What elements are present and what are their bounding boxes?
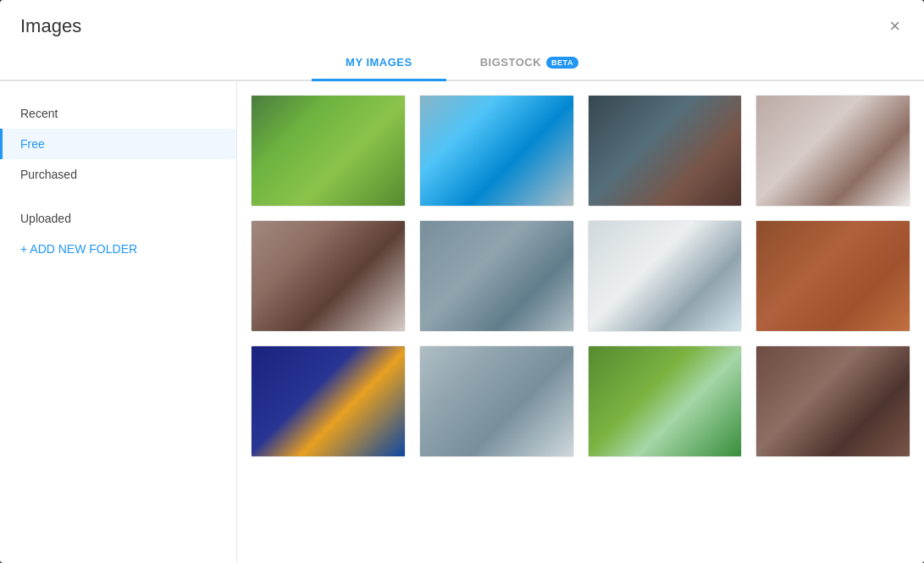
image-cell: [244, 88, 412, 213]
sidebar-item-uploaded[interactable]: Uploaded: [0, 203, 236, 234]
close-button[interactable]: ×: [886, 14, 904, 39]
image-grid: [244, 88, 917, 464]
image-thumb-food[interactable]: [588, 345, 743, 457]
sidebar-item-purchased[interactable]: Purchased: [0, 159, 236, 190]
image-thumb-wood-wall[interactable]: [419, 220, 574, 332]
image-thumb-bridge[interactable]: [251, 345, 406, 457]
sidebar-divider: [0, 190, 236, 203]
image-thumb-grass[interactable]: [251, 95, 406, 207]
tabs-bar: MY IMAGES BIGSTOCK BETA: [0, 46, 924, 81]
image-thumb-cafe[interactable]: [251, 220, 406, 332]
tab-bigstock[interactable]: BIGSTOCK BETA: [446, 46, 612, 81]
content-area[interactable]: [237, 81, 924, 563]
image-cell: [412, 88, 581, 213]
image-cell: [749, 213, 917, 339]
image-thumb-desk-top[interactable]: [755, 95, 910, 207]
modal-header: Images ×: [0, 0, 924, 39]
bigstock-label: BIGSTOCK BETA: [480, 56, 578, 69]
image-cell: [581, 88, 750, 213]
image-cell: [412, 339, 581, 464]
image-cell: [244, 213, 412, 339]
images-modal: Images × MY IMAGES BIGSTOCK BETA Recent …: [0, 0, 924, 563]
image-cell: [244, 339, 412, 464]
image-thumb-brick[interactable]: [755, 220, 910, 332]
image-thumb-laptop[interactable]: [588, 95, 743, 207]
image-cell: [581, 339, 750, 464]
image-thumb-water[interactable]: [419, 95, 574, 207]
modal-overlay: Images × MY IMAGES BIGSTOCK BETA Recent …: [0, 0, 924, 563]
image-cell: [749, 339, 917, 464]
image-cell: [581, 213, 750, 339]
modal-body: Recent Free Purchased Uploaded + ADD NEW…: [0, 81, 924, 563]
sidebar-item-add-folder[interactable]: + ADD NEW FOLDER: [0, 234, 236, 264]
sidebar-item-recent[interactable]: Recent: [0, 98, 236, 129]
image-thumb-city[interactable]: [419, 345, 574, 457]
image-thumb-glasses[interactable]: [588, 220, 743, 332]
sidebar: Recent Free Purchased Uploaded + ADD NEW…: [0, 81, 237, 563]
image-thumb-wood-floor[interactable]: [755, 345, 910, 457]
sidebar-item-free[interactable]: Free: [0, 129, 236, 159]
tab-my-images[interactable]: MY IMAGES: [312, 46, 446, 81]
beta-badge: BETA: [546, 57, 578, 69]
image-cell: [412, 213, 581, 339]
modal-title: Images: [20, 15, 81, 37]
image-cell: [749, 88, 917, 213]
